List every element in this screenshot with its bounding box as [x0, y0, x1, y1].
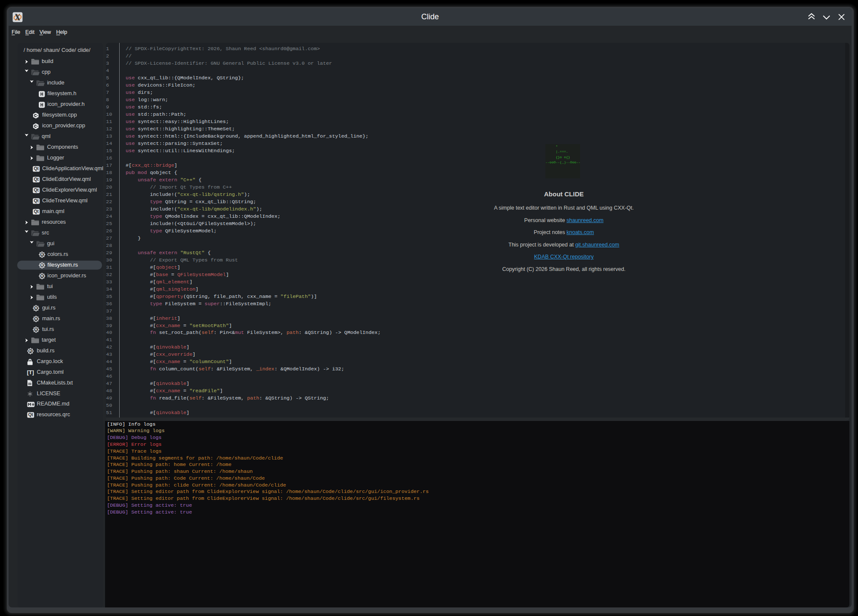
svg-text:Qt: Qt: [34, 187, 39, 192]
svg-text:R: R: [40, 263, 43, 267]
svg-text:R: R: [29, 349, 32, 353]
svg-text:R: R: [40, 252, 43, 257]
svg-text:R: R: [40, 273, 43, 278]
svg-text:[T]: [T]: [27, 369, 34, 376]
svg-text:Qt: Qt: [34, 209, 39, 214]
svg-text:R: R: [35, 316, 38, 321]
svg-text:R: R: [35, 306, 38, 310]
svg-text:Qt: Qt: [34, 166, 39, 171]
svg-text:Qt: Qt: [34, 198, 39, 203]
svg-text:Qt: Qt: [28, 412, 33, 418]
svg-text:R: R: [35, 327, 38, 332]
svg-text:Qt: Qt: [34, 177, 39, 182]
